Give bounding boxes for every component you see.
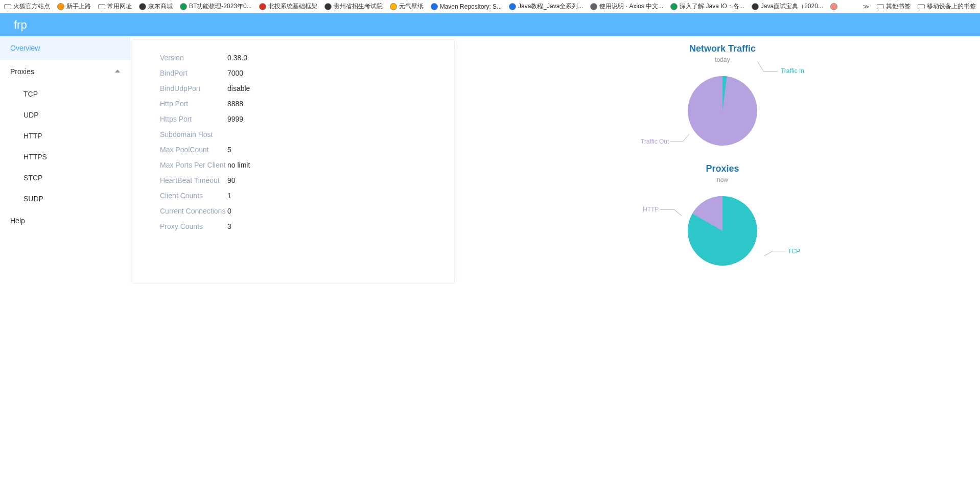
chart-proxies: Proxies now HTTP TCP <box>475 163 970 274</box>
bookmark-item[interactable]: 贵州省招生考试院 <box>324 2 383 11</box>
bookmark-label: 元气壁纸 <box>399 2 424 11</box>
bookmark-item[interactable]: Maven Repository: S... <box>431 3 502 10</box>
info-row: BindUdpPortdisable <box>132 81 454 96</box>
sidebar-item-label: TCP <box>24 90 38 98</box>
bookmark-label: 其他书签 <box>886 2 911 11</box>
folder-icon <box>98 4 105 9</box>
info-label: BindUdpPort <box>160 84 227 92</box>
bookmark-item[interactable]: 北投系统基础框架 <box>259 2 317 11</box>
chart-network-traffic: Network Traffic today Traffic In Traffic… <box>475 43 970 154</box>
sidebar-subitem-udp[interactable]: UDP <box>0 104 130 125</box>
bookmark-item[interactable]: 移动设备上的书签 <box>918 2 976 11</box>
info-value: no limit <box>227 161 250 169</box>
info-label: Max PoolCount <box>160 146 227 154</box>
bookmark-item[interactable]: 其他书签 <box>877 2 911 11</box>
site-icon <box>752 3 759 10</box>
info-label: Subdomain Host <box>160 130 227 138</box>
info-value: 90 <box>227 176 236 184</box>
info-label: Client Counts <box>160 192 227 200</box>
sidebar-item-label: Proxies <box>10 67 34 76</box>
bookmark-label: 移动设备上的书签 <box>927 2 976 11</box>
info-value: 7000 <box>227 69 243 77</box>
info-row: Version0.38.0 <box>132 50 454 65</box>
sidebar-item-label: HTTPS <box>24 153 47 161</box>
info-row: Proxy Counts3 <box>132 219 454 234</box>
info-value: 0 <box>227 207 231 215</box>
site-icon <box>830 3 837 10</box>
chart-title: Network Traffic <box>475 43 970 54</box>
bookmark-item[interactable]: 常用网址 <box>98 2 132 11</box>
sidebar-subitem-https[interactable]: HTTPS <box>0 146 130 167</box>
bookmark-item[interactable]: 使用说明 · Axios 中文... <box>590 2 663 11</box>
bookmark-label: 京东商城 <box>148 2 173 11</box>
info-row: Max Ports Per Clientno limit <box>132 157 454 173</box>
info-value: 8888 <box>227 100 243 108</box>
folder-icon <box>877 4 884 9</box>
sidebar: Overview Proxies TCPUDPHTTPHTTPSSTCPSUDP… <box>0 36 130 284</box>
chart-title: Proxies <box>475 163 970 174</box>
info-label: Https Port <box>160 115 227 123</box>
info-row: Max PoolCount5 <box>132 142 454 157</box>
site-icon <box>57 3 64 10</box>
bookmark-item[interactable]: 京东商城 <box>139 2 173 11</box>
info-label: Http Port <box>160 100 227 108</box>
bookmark-item[interactable]: 深入了解 Java IO：各... <box>670 2 744 11</box>
chevron-up-icon <box>115 69 120 73</box>
pie-chart-proxies <box>679 187 766 274</box>
bookmark-label: Java面试宝典（2020... <box>761 2 823 11</box>
sidebar-item-label: SUDP <box>24 195 43 203</box>
pie-chart-traffic <box>679 67 766 154</box>
bookmark-label: 深入了解 Java IO：各... <box>680 2 744 11</box>
bookmark-item[interactable]: Java教程_Java全系列... <box>509 2 583 11</box>
sidebar-item-proxies[interactable]: Proxies <box>0 60 130 83</box>
bookmark-overflow-icon[interactable]: ≫ <box>863 3 870 10</box>
bookmark-item[interactable]: 元气壁纸 <box>390 2 424 11</box>
pie-label-tcp: TCP <box>788 248 800 255</box>
sidebar-subitem-http[interactable]: HTTP <box>0 125 130 146</box>
bookmark-item[interactable] <box>830 3 839 10</box>
sidebar-item-overview[interactable]: Overview <box>0 36 130 60</box>
info-label: Version <box>160 54 227 62</box>
info-row: Subdomain Host <box>132 127 454 142</box>
info-value: 0.38.0 <box>227 54 247 62</box>
info-label: Proxy Counts <box>160 222 227 230</box>
app-title: frp <box>14 18 27 32</box>
site-icon <box>590 3 597 10</box>
bookmark-item[interactable]: 新手上路 <box>57 2 91 11</box>
chart-subtitle: today <box>475 56 970 63</box>
sidebar-subitem-sudp[interactable]: SUDP <box>0 188 130 209</box>
bookmark-item[interactable]: BT功能梳理-2023年0... <box>180 2 252 11</box>
info-label: Current Connections <box>160 207 227 215</box>
sidebar-item-help[interactable]: Help <box>0 209 130 232</box>
site-icon <box>509 3 516 10</box>
site-icon <box>180 3 187 10</box>
bookmark-bar: 火狐官方站点新手上路常用网址京东商城BT功能梳理-2023年0...北投系统基础… <box>0 0 980 13</box>
pie-label-traffic-in: Traffic In <box>781 67 804 75</box>
info-label: BindPort <box>160 69 227 77</box>
chart-subtitle: now <box>475 176 970 183</box>
sidebar-item-label: HTTP <box>24 132 42 140</box>
site-icon <box>670 3 678 10</box>
info-row: Client Counts1 <box>132 188 454 203</box>
info-row: Current Connections0 <box>132 203 454 219</box>
sidebar-subitem-stcp[interactable]: STCP <box>0 167 130 188</box>
info-label: HeartBeat Timeout <box>160 176 227 184</box>
info-card: Version0.38.0BindPort7000BindUdpPortdisa… <box>132 39 455 284</box>
site-icon <box>259 3 266 10</box>
sidebar-subitem-tcp[interactable]: TCP <box>0 83 130 104</box>
info-row: Http Port8888 <box>132 96 454 111</box>
pie-label-http: HTTP <box>643 206 659 213</box>
bookmark-item[interactable]: Java面试宝典（2020... <box>752 2 823 11</box>
info-value: 5 <box>227 146 231 154</box>
bookmark-item[interactable]: 火狐官方站点 <box>4 2 50 11</box>
bookmark-label: Java教程_Java全系列... <box>518 2 583 11</box>
info-row: Https Port9999 <box>132 111 454 127</box>
info-label: Max Ports Per Client <box>160 161 227 169</box>
bookmark-label: 使用说明 · Axios 中文... <box>599 2 663 11</box>
info-value: 3 <box>227 222 231 230</box>
bookmark-label: 北投系统基础框架 <box>268 2 317 11</box>
bookmark-label: 常用网址 <box>107 2 132 11</box>
info-row: HeartBeat Timeout90 <box>132 173 454 188</box>
app-header: frp <box>0 13 980 36</box>
info-value: 9999 <box>227 115 243 123</box>
